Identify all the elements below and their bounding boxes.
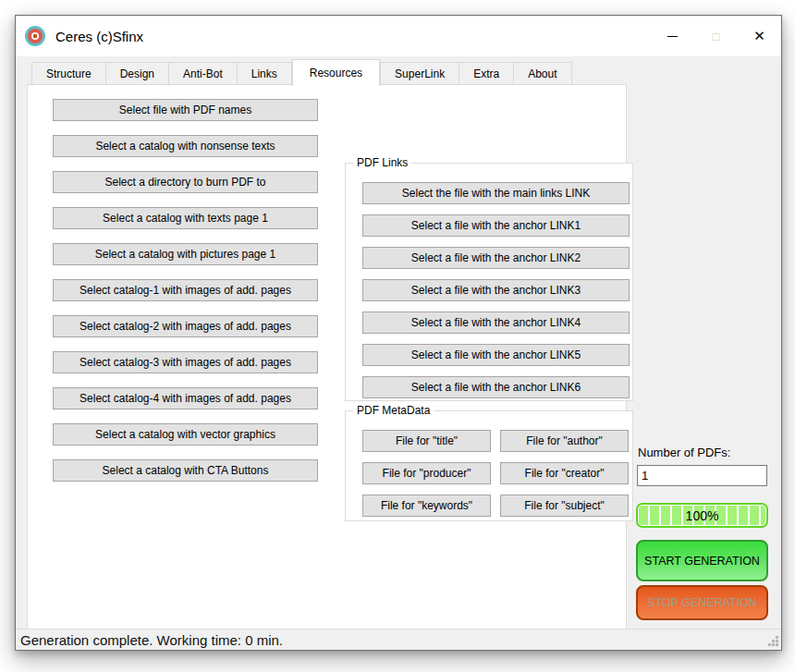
select-anchor-link4-button[interactable]: Select a file with the anchor LINK4 bbox=[362, 312, 630, 334]
tab-about[interactable]: About bbox=[514, 62, 571, 85]
select-main-links-file-button[interactable]: Select the file with the main links LINK bbox=[362, 182, 630, 204]
resources-tab-page: Select file with PDF names Select a cata… bbox=[27, 84, 627, 629]
select-anchor-link2-button[interactable]: Select a file with the anchor LINK2 bbox=[362, 247, 630, 269]
tab-resources[interactable]: Resources bbox=[292, 59, 380, 86]
file-for-keywords-button[interactable]: File for "keywords" bbox=[362, 495, 491, 517]
maximize-button: □ bbox=[694, 16, 738, 56]
select-cta-buttons-button[interactable]: Select a catalog with CTA Buttons bbox=[53, 459, 318, 482]
status-bar: Generation complete. Working time: 0 min… bbox=[16, 629, 781, 650]
select-texts-page1-button[interactable]: Select a catalog with texts page 1 bbox=[53, 207, 318, 229]
tab-extra[interactable]: Extra bbox=[459, 62, 514, 85]
file-for-creator-button[interactable]: File for "creator" bbox=[500, 462, 629, 484]
tab-structure[interactable]: Structure bbox=[31, 62, 106, 85]
generation-progress-bar: 100% bbox=[636, 503, 768, 528]
tab-design[interactable]: Design bbox=[106, 62, 169, 85]
close-button[interactable]: ✕ bbox=[738, 16, 781, 56]
select-anchor-link1-button[interactable]: Select a file with the anchor LINK1 bbox=[362, 214, 630, 237]
tab-superlink[interactable]: SuperLink bbox=[380, 62, 459, 85]
minimize-button[interactable] bbox=[651, 16, 694, 56]
select-anchor-link3-button[interactable]: Select a file with the anchor LINK3 bbox=[362, 279, 630, 301]
app-window: Ceres (c)Sfinx □ ✕ Structure Design Anti… bbox=[15, 15, 782, 651]
pdf-links-group-title: PDF Links bbox=[353, 156, 411, 169]
pdf-links-group: PDF Links Select the file with the main … bbox=[345, 163, 633, 401]
file-for-title-button[interactable]: File for "title" bbox=[362, 430, 491, 452]
tab-strip: Structure Design Anti-Bot Links Resource… bbox=[31, 59, 572, 85]
stop-generation-button: STOP GENERATION bbox=[636, 585, 768, 620]
select-anchor-link6-button[interactable]: Select a file with the anchor LINK6 bbox=[362, 376, 630, 398]
minimize-icon bbox=[667, 36, 678, 37]
window-title: Ceres (c)Sfinx bbox=[55, 29, 143, 44]
status-message: Generation complete. Working time: 0 min… bbox=[20, 632, 283, 648]
select-anchor-link5-button[interactable]: Select a file with the anchor LINK5 bbox=[362, 344, 630, 366]
select-catalog4-images-button[interactable]: Select catalog-4 with images of add. pag… bbox=[53, 387, 318, 409]
pdf-metadata-group: PDF MetaData File for "title" File for "… bbox=[345, 410, 633, 521]
pdf-metadata-group-title: PDF MetaData bbox=[353, 404, 434, 417]
maximize-icon: □ bbox=[713, 30, 720, 43]
number-of-pdfs-label: Number of PDFs: bbox=[638, 446, 730, 459]
progress-percent: 100% bbox=[638, 505, 766, 526]
select-catalog2-images-button[interactable]: Select catalog-2 with images of add. pag… bbox=[53, 315, 318, 337]
tab-links[interactable]: Links bbox=[238, 62, 292, 85]
start-generation-button[interactable]: START GENERATION bbox=[636, 540, 768, 581]
select-pictures-page1-button[interactable]: Select a catalog with pictures page 1 bbox=[53, 243, 318, 265]
window-controls: □ ✕ bbox=[651, 16, 781, 56]
number-of-pdfs-input[interactable] bbox=[638, 466, 795, 485]
resize-grip-icon[interactable] bbox=[767, 636, 778, 647]
select-burn-directory-button[interactable]: Select a directory to burn PDF to bbox=[53, 171, 318, 193]
select-vector-graphics-button[interactable]: Select a catalog with vector graphics bbox=[53, 423, 318, 446]
select-catalog1-images-button[interactable]: Select catalog-1 with images of add. pag… bbox=[53, 279, 318, 301]
select-catalog3-images-button[interactable]: Select catalog-3 with images of add. pag… bbox=[53, 351, 318, 373]
app-icon bbox=[24, 25, 46, 47]
title-bar: Ceres (c)Sfinx □ ✕ bbox=[16, 16, 781, 56]
file-for-subject-button[interactable]: File for "subject" bbox=[500, 495, 629, 517]
file-for-producer-button[interactable]: File for "producer" bbox=[362, 462, 491, 484]
close-icon: ✕ bbox=[753, 28, 765, 44]
select-nonsense-texts-button[interactable]: Select a catalog with nonsense texts bbox=[53, 135, 318, 157]
tab-anti-bot[interactable]: Anti-Bot bbox=[169, 62, 238, 85]
number-of-pdfs-spinner bbox=[637, 465, 767, 486]
select-pdf-names-button[interactable]: Select file with PDF names bbox=[53, 99, 318, 121]
file-for-author-button[interactable]: File for "author" bbox=[500, 430, 629, 452]
